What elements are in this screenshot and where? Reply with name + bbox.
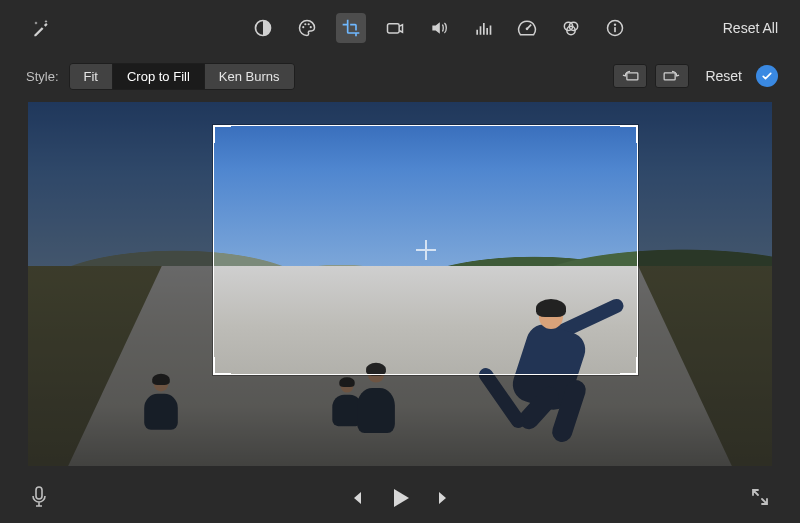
wand-icon	[31, 18, 51, 38]
mic-icon	[30, 486, 48, 508]
svg-point-6	[526, 28, 529, 31]
apply-button[interactable]	[756, 65, 778, 87]
play-button[interactable]	[387, 485, 413, 511]
crop-dim-right	[638, 125, 772, 375]
rotate-cw-button[interactable]	[655, 64, 689, 88]
crop-icon	[341, 18, 361, 38]
transport-bar	[0, 473, 800, 523]
color-correction-button[interactable]	[292, 13, 322, 43]
crop-center-icon	[416, 240, 436, 260]
svg-rect-15	[36, 487, 42, 499]
style-segmented-control: Fit Crop to Fill Ken Burns	[69, 63, 295, 90]
camera-icon	[385, 18, 405, 38]
svg-point-4	[310, 26, 312, 28]
style-option-fit[interactable]: Fit	[70, 64, 112, 89]
info-icon	[605, 18, 625, 38]
style-label: Style:	[26, 69, 59, 84]
crop-dim-bottom	[28, 375, 772, 466]
crop-rectangle[interactable]	[213, 125, 638, 375]
rotate-ccw-icon	[619, 69, 641, 83]
svg-point-11	[614, 24, 616, 26]
reset-button[interactable]: Reset	[705, 68, 742, 84]
auto-enhance-button[interactable]	[26, 13, 56, 43]
color-balance-button[interactable]	[248, 13, 278, 43]
contrast-icon	[253, 18, 273, 38]
crop-handle-br[interactable]	[620, 357, 638, 375]
svg-rect-5	[388, 24, 400, 33]
adjustments-toolbar: Reset All	[0, 0, 800, 56]
stabilization-button[interactable]	[380, 13, 410, 43]
noise-eq-button[interactable]	[468, 13, 498, 43]
crop-button[interactable]	[336, 13, 366, 43]
crop-handle-bl[interactable]	[213, 357, 231, 375]
svg-rect-13	[627, 73, 638, 80]
crop-style-row: Style: Fit Crop to Fill Ken Burns Reset	[0, 56, 800, 96]
skip-forward-icon	[435, 489, 453, 507]
speedometer-icon	[517, 18, 537, 38]
color-filter-button[interactable]	[556, 13, 586, 43]
svg-point-2	[305, 23, 307, 25]
style-option-crop-to-fill[interactable]: Crop to Fill	[112, 64, 204, 89]
next-frame-button[interactable]	[435, 489, 453, 507]
skip-back-icon	[347, 489, 365, 507]
rotate-ccw-button[interactable]	[613, 64, 647, 88]
svg-point-1	[303, 26, 305, 28]
palette-icon	[297, 18, 317, 38]
voiceover-button[interactable]	[30, 486, 48, 511]
check-icon	[761, 70, 773, 82]
speed-button[interactable]	[512, 13, 542, 43]
info-button[interactable]	[600, 13, 630, 43]
crop-handle-tr[interactable]	[620, 125, 638, 143]
crop-handle-tl[interactable]	[213, 125, 231, 143]
equalizer-icon	[473, 18, 493, 38]
volume-button[interactable]	[424, 13, 454, 43]
fullscreen-button[interactable]	[750, 487, 770, 510]
speaker-icon	[429, 18, 449, 38]
play-icon	[387, 485, 413, 511]
prev-frame-button[interactable]	[347, 489, 365, 507]
crop-dim-left	[28, 125, 213, 375]
preview-viewer	[28, 102, 772, 466]
reset-all-button[interactable]: Reset All	[723, 20, 778, 36]
svg-rect-14	[665, 73, 676, 80]
rotate-cw-icon	[661, 69, 683, 83]
expand-icon	[750, 487, 770, 507]
crop-dim-top	[28, 102, 772, 125]
svg-point-3	[308, 23, 310, 25]
overlap-icon	[561, 18, 581, 38]
svg-rect-12	[615, 27, 617, 32]
style-option-ken-burns[interactable]: Ken Burns	[204, 64, 294, 89]
